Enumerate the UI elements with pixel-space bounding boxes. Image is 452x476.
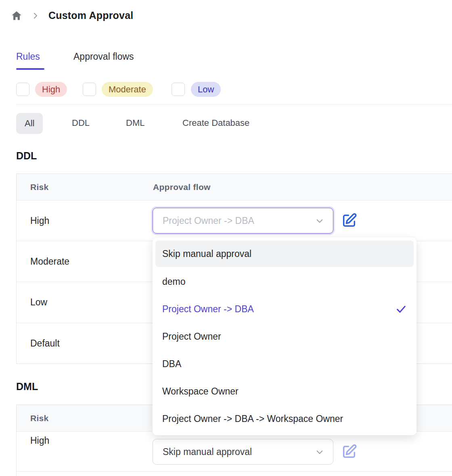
breadcrumb-chevron-icon [32,12,39,19]
select-value: Project Owner -> DBA [153,215,254,226]
page-title: Custom Approval [48,10,133,21]
dropdown-item-dba[interactable]: DBA [153,350,416,378]
risk-cell: High [30,200,49,241]
home-icon[interactable] [11,10,22,21]
edit-approval-flow-button[interactable] [341,444,357,460]
checkbox-low[interactable] [172,83,185,96]
badge-low[interactable]: Low [191,82,221,97]
checkbox-high[interactable] [16,83,29,96]
edit-icon [341,213,357,229]
check-icon [396,303,407,315]
approval-flow-select-ddl-high[interactable]: Project Owner -> DBA [153,208,333,234]
chevron-down-icon [315,448,324,457]
category-tab-dml[interactable]: DML [126,118,144,128]
badge-high[interactable]: High [35,82,67,97]
ddl-table-header: Risk Approval flow [17,174,452,200]
section-heading-dml: DML [16,381,38,392]
tab-rules[interactable]: Rules [16,51,40,62]
divider [16,104,452,104]
category-tab-ddl[interactable]: DDL [72,118,90,128]
edit-icon [341,444,357,460]
dropdown-item-demo[interactable]: demo [153,268,416,295]
risk-cell: Default [30,323,60,363]
approval-flow-dropdown: Skip manual approval demo Project Owner … [153,237,416,435]
section-heading-ddl: DDL [16,150,37,162]
dropdown-item-project-owner-dba-workspace-owner[interactable]: Project Owner -> DBA -> Workspace Owner [153,405,416,432]
dropdown-item-workspace-owner[interactable]: Workspace Owner [153,378,416,405]
column-header-risk: Risk [30,174,49,200]
risk-cell: Moderate [30,241,69,282]
active-tab-underline [16,68,44,70]
dropdown-item-project-owner-dba[interactable]: Project Owner -> DBA [153,295,416,323]
badge-moderate[interactable]: Moderate [102,82,153,97]
dropdown-item-label: Project Owner -> DBA [162,304,254,315]
chevron-down-icon [315,217,324,225]
category-tab-all[interactable]: All [16,113,43,134]
approval-flow-select-dml-high[interactable]: Skip manual approval [153,439,333,465]
dropdown-item-skip-manual-approval[interactable]: Skip manual approval [155,240,414,267]
category-tab-create-database[interactable]: Create Database [182,118,249,128]
table-row-partial [17,472,452,476]
risk-cell: High [30,405,49,476]
select-value: Skip manual approval [153,447,252,457]
dropdown-item-project-owner[interactable]: Project Owner [153,323,416,350]
custom-approval-page: Custom Approval Rules Approval flows Hig… [0,0,452,476]
column-header-approval-flow: Approval flow [153,174,211,200]
tab-approval-flows[interactable]: Approval flows [73,51,134,62]
edit-approval-flow-button[interactable] [341,213,357,229]
checkbox-moderate[interactable] [83,83,96,96]
risk-cell: Low [30,282,47,323]
